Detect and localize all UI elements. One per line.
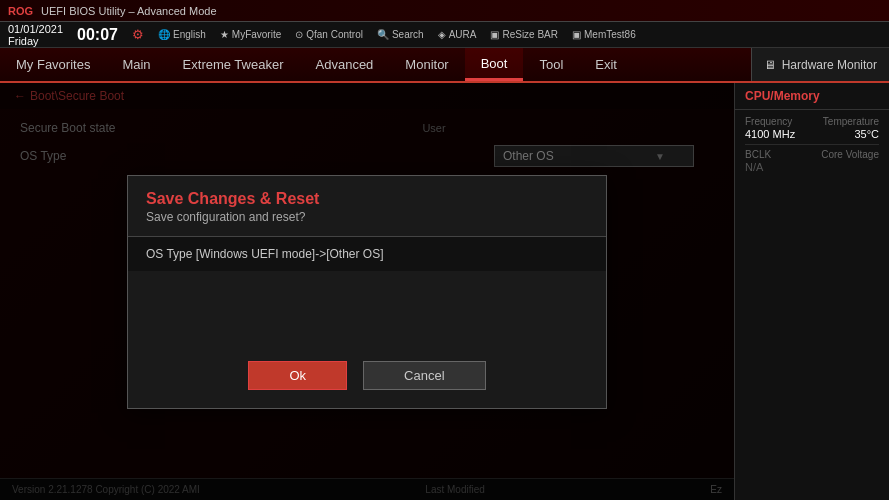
rog-logo: ROG <box>8 5 33 17</box>
bclk-value: N/A <box>745 161 763 173</box>
temperature-label: Temperature <box>823 116 879 127</box>
date-display: 01/01/2021 Friday <box>8 23 63 47</box>
clock-display: 00:07 <box>77 26 118 44</box>
aura-icon: ◈ <box>438 29 446 40</box>
memtest-btn[interactable]: ▣ MemTest86 <box>572 29 636 40</box>
globe-icon: 🌐 <box>158 29 170 40</box>
left-panel: ← Boot\Secure Boot Secure Boot state Use… <box>0 83 734 500</box>
hw-divider <box>745 144 879 145</box>
nav-boot[interactable]: Boot <box>465 48 524 81</box>
hw-labels-row2: BCLK Core Voltage <box>745 149 879 160</box>
modal-change-text: OS Type [Windows UEFI mode]->[Other OS] <box>128 237 606 271</box>
modal-title: Save Changes & Reset <box>146 190 588 208</box>
memtest-icon: ▣ <box>572 29 581 40</box>
bclk-label: BCLK <box>745 149 771 160</box>
gear-icon: ⚙ <box>132 27 144 42</box>
cancel-button[interactable]: Cancel <box>363 361 485 390</box>
my-favorite-btn[interactable]: ★ MyFavorite <box>220 29 281 40</box>
frequency-value: 4100 MHz <box>745 128 795 140</box>
nav-my-favorites[interactable]: My Favorites <box>0 48 106 81</box>
search-icon: 🔍 <box>377 29 389 40</box>
nav-tool[interactable]: Tool <box>523 48 579 81</box>
monitor-icon: 🖥 <box>764 58 776 72</box>
search-btn[interactable]: 🔍 Search <box>377 29 424 40</box>
ok-button[interactable]: Ok <box>248 361 347 390</box>
core-voltage-label: Core Voltage <box>821 149 879 160</box>
fan-icon: ⊙ <box>295 29 303 40</box>
app-title: UEFI BIOS Utility – Advanced Mode <box>41 5 216 17</box>
hw-values-row: 4100 MHz 35°C <box>745 128 879 140</box>
modal-body <box>128 271 606 361</box>
hw-labels-row: Frequency Temperature <box>745 116 879 127</box>
save-reset-modal: Save Changes & Reset Save configuration … <box>127 175 607 409</box>
star-icon: ★ <box>220 29 229 40</box>
modal-footer: Ok Cancel <box>128 361 606 408</box>
right-panel: CPU/Memory Frequency Temperature 4100 MH… <box>734 83 889 500</box>
nav-monitor[interactable]: Monitor <box>389 48 464 81</box>
resize-bar-btn[interactable]: ▣ ReSize BAR <box>490 29 558 40</box>
nav-bar: My Favorites Main Extreme Tweaker Advanc… <box>0 48 889 83</box>
qfan-btn[interactable]: ⊙ Qfan Control <box>295 29 363 40</box>
nav-exit[interactable]: Exit <box>579 48 633 81</box>
hw-cpu-section: Frequency Temperature 4100 MHz 35°C BCLK… <box>735 110 889 177</box>
frequency-label: Frequency <box>745 116 792 127</box>
temperature-value: 35°C <box>854 128 879 140</box>
hw-monitor-nav: 🖥 Hardware Monitor <box>751 48 889 81</box>
modal-overlay: Save Changes & Reset Save configuration … <box>0 83 734 500</box>
modal-header: Save Changes & Reset Save configuration … <box>128 176 606 228</box>
hw-panel-title: CPU/Memory <box>735 83 889 110</box>
modal-subtitle: Save configuration and reset? <box>146 210 588 224</box>
nav-advanced[interactable]: Advanced <box>300 48 390 81</box>
title-bar: ROG UEFI BIOS Utility – Advanced Mode <box>0 0 889 22</box>
resize-icon: ▣ <box>490 29 499 40</box>
aura-btn[interactable]: ◈ AURA <box>438 29 477 40</box>
nav-extreme-tweaker[interactable]: Extreme Tweaker <box>167 48 300 81</box>
info-bar: 01/01/2021 Friday 00:07 ⚙ 🌐 English ★ My… <box>0 22 889 48</box>
hw-values-row2: N/A <box>745 161 879 173</box>
language-selector[interactable]: 🌐 English <box>158 29 206 40</box>
nav-main[interactable]: Main <box>106 48 166 81</box>
main-area: ← Boot\Secure Boot Secure Boot state Use… <box>0 83 889 500</box>
